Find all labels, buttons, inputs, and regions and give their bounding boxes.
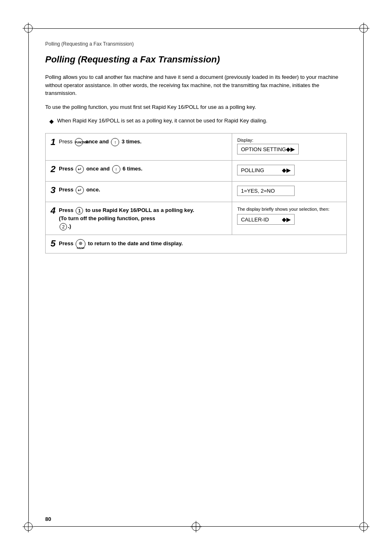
step-4-right: The display briefly shows your selection…	[232, 202, 347, 235]
table-row: 4 Press 1 to use Rapid Key 16/POLL as a …	[46, 202, 347, 235]
reg-mark-bc	[190, 521, 202, 532]
border-line-top	[34, 28, 358, 29]
nav-key-icon-3: ↵	[76, 186, 84, 194]
step-1-text: Press FUNCTION once and ↑ 3 times.	[59, 138, 227, 146]
stop-key-icon: ◎STOP	[76, 239, 85, 249]
step-3-text: Press ↵ once.	[59, 186, 227, 194]
display-text-2: POLLING	[241, 167, 264, 173]
step-2-left: 2 Press ↵ once and ↑ 6 times.	[46, 161, 232, 182]
display-arrow-1: ◆▶	[286, 146, 295, 152]
step-2-text: Press ↵ once and ↑ 6 times.	[59, 165, 227, 173]
step-1-right: Display: OPTION SETTING ◆▶	[232, 134, 347, 161]
display-arrow-4: ◆▶	[282, 216, 291, 223]
table-row: 1 Press FUNCTION once and ↑ 3 times. Dis…	[46, 134, 347, 161]
step-1-number: 1	[51, 138, 55, 147]
key-1-icon: 1	[76, 207, 83, 214]
step-2-right: POLLING ◆▶	[232, 161, 347, 182]
up-arrow-key-icon: ↑	[111, 138, 119, 146]
step-2-number: 2	[51, 165, 55, 174]
reg-mark-bl	[23, 521, 34, 532]
display-note-4: The display briefly shows your selection…	[237, 206, 341, 212]
step-5-text: Press ◎STOP to return to the date and ti…	[59, 239, 341, 249]
reg-mark-br	[358, 521, 369, 532]
display-arrow-2: ◆▶	[282, 167, 291, 173]
key-2-icon: 2	[60, 223, 67, 230]
step-1-left: 1 Press FUNCTION once and ↑ 3 times.	[46, 134, 232, 161]
table-row: 2 Press ↵ once and ↑ 6 times. POLLING ◆▶	[46, 161, 347, 182]
intro-paragraph-1: Polling allows you to call another fax m…	[45, 73, 347, 97]
display-box-2: POLLING ◆▶	[237, 165, 295, 175]
table-row: 5 Press ◎STOP to return to the date and …	[46, 235, 347, 253]
step-4-number: 4	[51, 206, 55, 215]
bullet-item-1: ◆ When Rapid Key 16/POLL is set as a pol…	[45, 117, 347, 126]
display-box-3: 1=YES, 2=NO	[237, 186, 295, 196]
display-box-4: CALLER-ID ◆▶	[237, 214, 295, 225]
breadcrumb: Polling (Requesting a Fax Transmission)	[45, 41, 347, 47]
border-line-right	[363, 34, 364, 521]
steps-table: 1 Press FUNCTION once and ↑ 3 times. Dis…	[45, 133, 347, 253]
bullet-diamond-icon: ◆	[49, 117, 54, 126]
reg-mark-tr	[358, 23, 369, 34]
page-title: Polling (Requesting a Fax Transmission)	[45, 54, 347, 65]
intro-paragraph-2: To use the polling function, you must fi…	[45, 103, 347, 111]
table-row: 3 Press ↵ once. 1=YES, 2=NO	[46, 182, 347, 202]
step-5-left: 5 Press ◎STOP to return to the date and …	[46, 235, 347, 253]
reg-mark-tl	[23, 23, 34, 34]
up-arrow-key-icon-2: ↑	[112, 165, 120, 173]
display-label-1: Display:	[237, 138, 341, 143]
display-box-1: OPTION SETTING ◆▶	[237, 144, 299, 154]
step-3-left: 3 Press ↵ once.	[46, 182, 232, 202]
step-5-number: 5	[51, 239, 55, 248]
step-3-right: 1=YES, 2=NO	[232, 182, 347, 202]
border-line-bottom	[34, 526, 358, 527]
step-4-left: 4 Press 1 to use Rapid Key 16/POLL as a …	[46, 202, 232, 235]
step-3-number: 3	[51, 186, 55, 195]
display-text-4: CALLER-ID	[241, 216, 269, 223]
function-key-icon: FUNCTION	[75, 138, 83, 146]
nav-key-icon-2: ↵	[76, 165, 84, 173]
border-line-left	[28, 34, 29, 521]
bullet-text-1: When Rapid Key 16/POLL is set as a polli…	[57, 117, 267, 126]
step-4-text: Press 1 to use Rapid Key 16/POLL as a po…	[59, 206, 227, 230]
page-number: 80	[45, 516, 51, 522]
display-text-3: 1=YES, 2=NO	[241, 188, 274, 194]
display-text-1: OPTION SETTING	[241, 146, 286, 152]
